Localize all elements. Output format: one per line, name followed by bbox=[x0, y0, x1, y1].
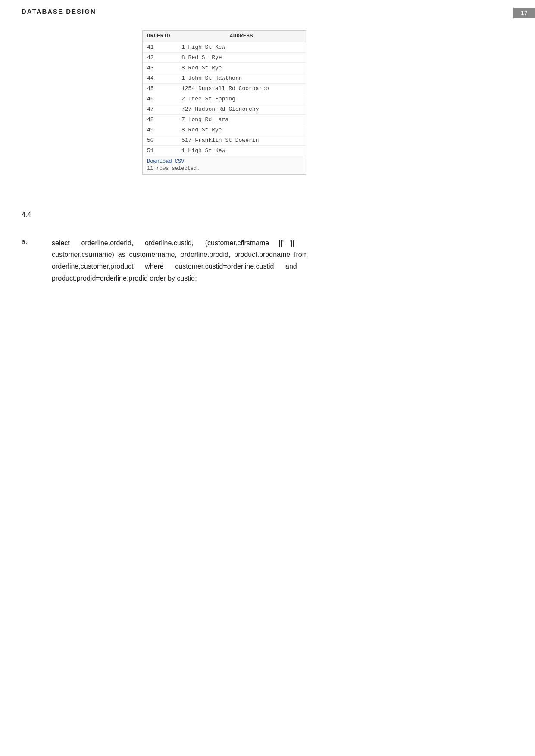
query-item-label: a. bbox=[22, 237, 43, 246]
table-row: 428 Red St Rye bbox=[143, 53, 306, 63]
page-number: 17 bbox=[513, 8, 535, 18]
cell-orderid: 41 bbox=[147, 44, 181, 50]
table-row: 47727 Hudson Rd Glenorchy bbox=[143, 104, 306, 115]
cell-orderid: 49 bbox=[147, 127, 181, 133]
cell-orderid: 45 bbox=[147, 85, 181, 92]
cell-orderid: 50 bbox=[147, 137, 181, 144]
cell-address: 1 High St Kew bbox=[181, 147, 301, 154]
table-header: ORDERID ADDRESS bbox=[143, 31, 306, 42]
cell-address: 8 Red St Rye bbox=[181, 65, 301, 71]
cell-orderid: 43 bbox=[147, 65, 181, 71]
cell-orderid: 44 bbox=[147, 75, 181, 81]
query-section: a. select orderline.orderid, orderline.c… bbox=[22, 237, 513, 284]
query-text: select orderline.orderid, orderline.cust… bbox=[52, 237, 513, 284]
cell-orderid: 46 bbox=[147, 96, 181, 102]
query-text-content: select orderline.orderid, orderline.cust… bbox=[52, 239, 308, 282]
cell-address: 1 High St Kew bbox=[181, 44, 301, 50]
data-table: ORDERID ADDRESS 411 High St Kew428 Red S… bbox=[142, 30, 306, 175]
table-row: 498 Red St Rye bbox=[143, 125, 306, 135]
cell-address: 517 Franklin St Dowerin bbox=[181, 137, 301, 144]
cell-orderid: 47 bbox=[147, 106, 181, 112]
page-title: DATABASE DESIGN bbox=[22, 8, 96, 15]
table-row: 411 High St Kew bbox=[143, 42, 306, 53]
cell-address: 7 Long Rd Lara bbox=[181, 116, 301, 123]
cell-orderid: 48 bbox=[147, 116, 181, 123]
table-row: 50517 Franklin St Dowerin bbox=[143, 135, 306, 146]
cell-address: 8 Red St Rye bbox=[181, 127, 301, 133]
table-footer: Download CSV 11 rows selected. bbox=[143, 156, 306, 174]
column-header-address: ADDRESS bbox=[181, 33, 301, 39]
cell-address: 1254 Dunstall Rd Coorparoo bbox=[181, 85, 301, 92]
query-item-a: a. select orderline.orderid, orderline.c… bbox=[22, 237, 513, 284]
download-csv-link[interactable]: Download CSV bbox=[147, 159, 301, 165]
table-row: 462 Tree St Epping bbox=[143, 94, 306, 104]
cell-address: 2 Tree St Epping bbox=[181, 96, 301, 102]
table-body: 411 High St Kew428 Red St Rye438 Red St … bbox=[143, 42, 306, 156]
column-header-orderid: ORDERID bbox=[147, 33, 181, 39]
table-row: 451254 Dunstall Rd Coorparoo bbox=[143, 84, 306, 94]
cell-address: 8 Red St Rye bbox=[181, 54, 301, 61]
section-number: 4.4 bbox=[22, 211, 31, 219]
table-row: 441 John St Hawthorn bbox=[143, 73, 306, 84]
table-row: 511 High St Kew bbox=[143, 146, 306, 156]
table-row: 438 Red St Rye bbox=[143, 63, 306, 73]
cell-orderid: 42 bbox=[147, 54, 181, 61]
rows-selected-label: 11 rows selected. bbox=[147, 166, 301, 172]
cell-orderid: 51 bbox=[147, 147, 181, 154]
cell-address: 727 Hudson Rd Glenorchy bbox=[181, 106, 301, 112]
table-row: 487 Long Rd Lara bbox=[143, 115, 306, 125]
cell-address: 1 John St Hawthorn bbox=[181, 75, 301, 81]
